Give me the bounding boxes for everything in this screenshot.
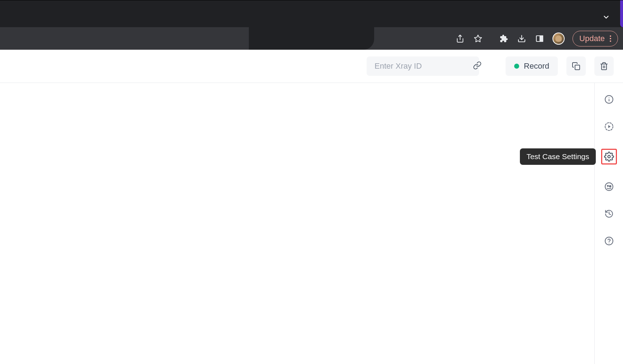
record-indicator-icon xyxy=(514,64,519,69)
browser-chrome: Update xyxy=(0,0,623,50)
profile-avatar[interactable] xyxy=(552,33,565,45)
svg-point-13 xyxy=(608,156,610,158)
address-bar-end xyxy=(249,27,374,50)
download-icon[interactable] xyxy=(517,34,527,44)
record-button[interactable]: Record xyxy=(506,56,558,76)
xray-input-container xyxy=(367,56,479,76)
copy-button[interactable] xyxy=(566,56,586,76)
right-sidebar: Test Case Settings xyxy=(594,83,623,364)
star-icon[interactable] xyxy=(473,34,483,44)
link-icon[interactable] xyxy=(473,61,482,71)
info-icon[interactable] xyxy=(604,94,614,104)
svg-point-14 xyxy=(605,183,613,191)
xray-id-input[interactable] xyxy=(375,62,473,71)
record-label: Record xyxy=(524,62,549,71)
browser-toolbar: Update xyxy=(0,27,623,50)
panel-icon[interactable] xyxy=(535,34,545,44)
extensions-icon[interactable] xyxy=(499,34,509,44)
chevron-down-icon[interactable] xyxy=(602,13,610,23)
share-icon[interactable] xyxy=(455,34,465,44)
svg-point-16 xyxy=(609,186,611,187)
update-button[interactable]: Update xyxy=(573,31,618,46)
settings-tooltip: Test Case Settings xyxy=(520,148,595,165)
svg-point-15 xyxy=(607,185,608,186)
history-icon[interactable] xyxy=(604,209,614,219)
window-edge xyxy=(620,0,623,27)
svg-rect-5 xyxy=(575,65,580,70)
browser-tab-area xyxy=(0,0,623,27)
svg-rect-4 xyxy=(540,36,543,41)
play-dashed-icon[interactable] xyxy=(604,122,614,132)
app-content: Record xyxy=(0,50,623,364)
user-circle-icon[interactable] xyxy=(604,182,614,192)
help-icon[interactable] xyxy=(604,236,614,246)
delete-button[interactable] xyxy=(594,56,614,76)
settings-icon[interactable]: Test Case Settings xyxy=(601,149,617,164)
more-dots-icon xyxy=(610,35,611,42)
svg-marker-12 xyxy=(608,125,610,128)
update-label: Update xyxy=(579,34,605,43)
svg-marker-1 xyxy=(474,35,482,42)
app-toolbar: Record xyxy=(0,50,623,83)
